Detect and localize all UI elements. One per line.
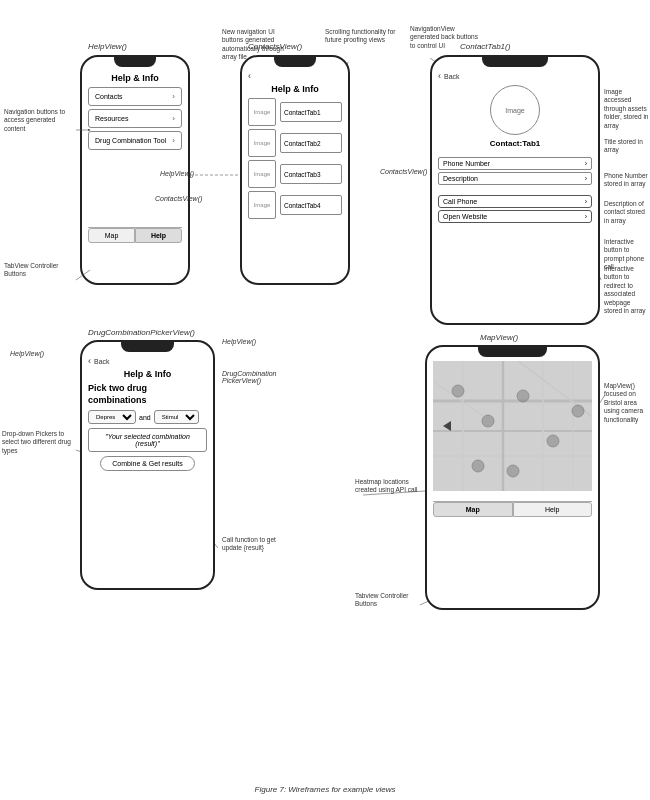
contact-tab-title: Contact:Tab1 [438, 139, 592, 148]
svg-point-28 [482, 415, 494, 427]
contact-tab-label-3: ContactTab3 [280, 164, 342, 184]
drug-back-arrow[interactable]: ‹ [88, 356, 91, 366]
phone-map: Map Help [425, 345, 600, 610]
call-phone-chevron: › [585, 198, 587, 205]
help-drug-chevron: › [172, 136, 175, 145]
contact-tab-label-4: ContactTab4 [280, 195, 342, 215]
phone-map-notch [478, 347, 546, 357]
help-tab-help[interactable]: Help [135, 228, 182, 243]
ann-website-btn: Interactive button to redirect to associ… [604, 265, 650, 316]
phone-contact-tab: ‹ Back Image Contact:Tab1 Phone Number ›… [430, 55, 600, 325]
phone-drug: ‹ Back Help & Info Pick two drug combina… [80, 340, 215, 590]
phone-number-field: Phone Number › [438, 157, 592, 170]
contact-img-1: Image [248, 98, 276, 126]
phone-contact-tab-notch [482, 57, 548, 67]
combine-button[interactable]: Combine & Get results [100, 456, 195, 471]
ann-image-assets: Image accessed through assets folder, st… [604, 88, 650, 130]
contact-row-4[interactable]: Image ContactTab4 [248, 191, 342, 219]
map-tab-map[interactable]: Map [433, 502, 513, 517]
map-tab-help[interactable]: Help [513, 502, 593, 517]
phone-number-label: Phone Number [443, 160, 490, 167]
help-item-resources[interactable]: Resources › [88, 109, 182, 128]
svg-point-27 [452, 385, 464, 397]
ann-phone-array: Phone Number stored in array [604, 172, 650, 189]
drug-select-2[interactable]: Stimul [154, 410, 199, 424]
svg-point-32 [572, 405, 584, 417]
phone-map-screen: Map Help [427, 357, 598, 521]
phone-contact-tab-screen: ‹ Back Image Contact:Tab1 Phone Number ›… [432, 67, 598, 229]
drug-result-box: "Your selected combination (result)" [88, 428, 207, 452]
ann-title-array: Title stored in array [604, 138, 650, 155]
page-wrapper: HelpView() Help & Info Contacts › Resour… [0, 0, 650, 800]
drug-helpview-bottom-ref: HelpView() [222, 338, 256, 345]
map-svg [433, 361, 592, 491]
ann-tabview-help: TabView Controller Buttons [4, 262, 76, 279]
drug-nav-bar: ‹ Back [88, 356, 207, 366]
open-website-button[interactable]: Open Website › [438, 210, 592, 223]
drug-selectors: Depres and Stimul [88, 410, 207, 424]
help-view-label: HelpView() [88, 42, 127, 51]
contacts-helpview-ref: HelpView() [160, 170, 194, 177]
ann-nav-back: NavigationView generated back buttons to… [410, 25, 485, 50]
help-item-drug[interactable]: Drug Combination Tool › [88, 131, 182, 150]
contact-tab-back-arrow[interactable]: ‹ [438, 71, 441, 81]
phone-drug-notch [121, 342, 173, 352]
ann-nav-buttons: Navigation buttons to access generated c… [4, 108, 76, 133]
help-tab-bar: Map Help [88, 227, 182, 243]
ann-new-nav-ui: New navigation UI buttons generated auto… [222, 28, 297, 62]
ann-scrolling: Scrolling functionality for future proof… [325, 28, 400, 45]
help-item-contacts[interactable]: Contacts › [88, 87, 182, 106]
open-website-label: Open Website [443, 213, 487, 220]
drug-screen-title: Help & Info [88, 369, 207, 379]
svg-point-31 [472, 460, 484, 472]
help-resources-chevron: › [172, 114, 175, 123]
desc-chevron: › [585, 175, 587, 182]
desc-label: Description [443, 175, 478, 182]
drug-back-label: Back [94, 358, 110, 365]
svg-marker-34 [443, 421, 451, 431]
contact-row-3[interactable]: Image ContactTab3 [248, 160, 342, 188]
contact-row-2[interactable]: Image ContactTab2 [248, 129, 342, 157]
help-contacts-label: Contacts [95, 93, 123, 100]
contact-img-3: Image [248, 160, 276, 188]
description-field: Description › [438, 172, 592, 185]
help-screen-title: Help & Info [88, 73, 182, 83]
contact-tab-back-label: Back [444, 73, 460, 80]
svg-point-30 [547, 435, 559, 447]
call-phone-label: Call Phone [443, 198, 477, 205]
contact-row-1[interactable]: Image ContactTab1 [248, 98, 342, 126]
contact-tab-label-2: ContactTab2 [280, 133, 342, 153]
phone-number-chevron: › [585, 160, 587, 167]
map-spacer [433, 491, 592, 497]
map-tab-bar: Map Help [433, 501, 592, 517]
help-resources-label: Resources [95, 115, 128, 122]
drug-and-label: and [139, 414, 151, 421]
drug-view-label: DrugCombinationPickerView() [88, 328, 195, 337]
phone-help-screen: Help & Info Contacts › Resources › Drug … [82, 67, 188, 247]
map-background [433, 361, 592, 491]
contacts-back-arrow[interactable]: ‹ [248, 71, 251, 81]
help-contacts-chevron: › [172, 92, 175, 101]
call-phone-button[interactable]: Call Phone › [438, 195, 592, 208]
phone-help-notch [114, 57, 156, 67]
help-drug-label: Drug Combination Tool [95, 137, 166, 144]
drug-select-1[interactable]: Depres [88, 410, 136, 424]
phone-contacts: ‹ Help & Info Image ContactTab1 Image Co… [240, 55, 350, 285]
drug-helpview-ref: HelpView() [10, 350, 44, 357]
contacts-screen-title: Help & Info [248, 84, 342, 94]
svg-point-29 [517, 390, 529, 402]
drug-heading: Pick two drug combinations [88, 383, 207, 406]
contact-tab-image-circle: Image [490, 85, 540, 135]
drug-picker-ref: DrugCombinationPickerView() [222, 370, 276, 384]
ann-drop-down: Drop-down Pickers to select two differen… [2, 430, 74, 455]
contact-tab-nav-bar: ‹ Back [438, 71, 592, 81]
phone-drug-screen: ‹ Back Help & Info Pick two drug combina… [82, 352, 213, 475]
svg-point-33 [507, 465, 519, 477]
ann-map-camera: MapView() focused on Bristol area using … [604, 382, 650, 424]
contact-tab-label-1: ContactTab1 [280, 102, 342, 122]
help-tab-map[interactable]: Map [88, 228, 135, 243]
contacts-contactsview-ref: ContactsView() [155, 195, 202, 202]
ann-call-func: Call function to get update {result} [222, 536, 297, 553]
drug-result-text: "Your selected combination (result)" [105, 433, 190, 447]
open-website-chevron: › [585, 213, 587, 220]
